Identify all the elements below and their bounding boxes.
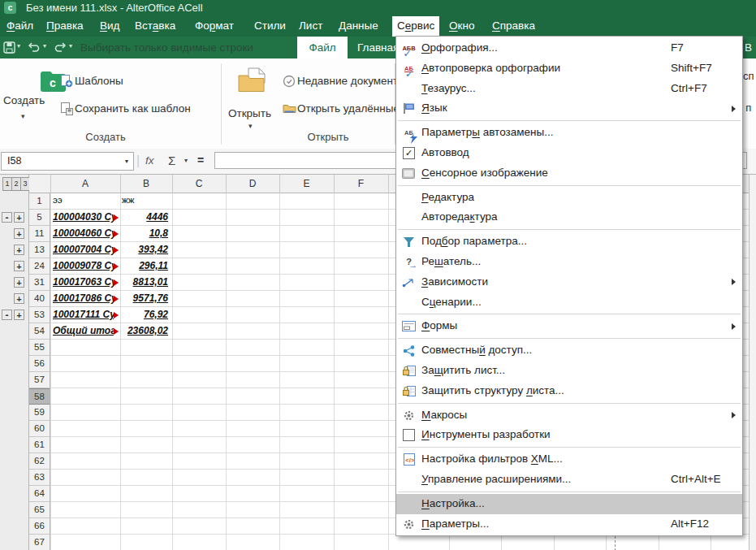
column-header-E[interactable]: E xyxy=(279,175,334,193)
outline-expand-button[interactable]: + xyxy=(14,228,24,239)
menu-item-8[interactable]: Сенсорное изображение xyxy=(396,163,742,184)
cell-A1[interactable]: ээ xyxy=(53,195,114,210)
cell-A31[interactable]: 100017063 Су xyxy=(53,276,114,291)
menu-item-15[interactable]: Зависимости xyxy=(396,272,742,292)
menubar-item-2[interactable]: Правка xyxy=(41,16,89,37)
outline-expand-button[interactable]: + xyxy=(14,245,24,255)
cell-A5[interactable]: 100004030 Су xyxy=(53,211,114,226)
menu-item-28[interactable]: Управление расширениями...Ctrl+Alt+E xyxy=(396,470,742,490)
row-header-62[interactable]: 62 xyxy=(29,453,50,470)
menubar-item-11[interactable]: Справка xyxy=(487,16,540,37)
menu-item-1[interactable]: АБВ✓Орфография...F7 xyxy=(396,38,742,58)
ribbon-button-0-1[interactable]: Сохранить как шаблон xyxy=(75,102,191,115)
menu-item-16[interactable]: Сценарии... xyxy=(396,292,742,313)
row-header-57[interactable]: 57 xyxy=(29,372,50,388)
open-big-button[interactable]: Открыть ▾ xyxy=(226,65,279,142)
row-header-60[interactable]: 60 xyxy=(29,421,50,437)
menubar-item-3[interactable]: Вид xyxy=(95,16,124,37)
tab-home[interactable]: Главная xyxy=(357,37,399,58)
cell-A24[interactable]: 100009078 Су xyxy=(53,260,114,275)
row-header-55[interactable]: 55 xyxy=(29,340,50,356)
row-header-67[interactable]: 67 xyxy=(29,535,50,550)
menu-item-18[interactable]: Формы xyxy=(396,316,742,336)
menubar-item-1[interactable]: Файл xyxy=(2,16,38,37)
menu-item-24[interactable]: Макросы xyxy=(396,405,742,426)
cell-A11[interactable]: 100004060 Су xyxy=(53,227,114,242)
menu-item-2[interactable]: АБ✓Автопроверка орфографииShift+F7 xyxy=(396,58,742,79)
menubar-item-6[interactable]: Стили xyxy=(249,16,291,37)
redo-icon[interactable] xyxy=(54,41,67,56)
row-header-11[interactable]: 11 xyxy=(29,226,50,242)
menubar-item-10[interactable]: Окно xyxy=(444,16,479,37)
menu-item-10[interactable]: Редактура xyxy=(396,188,742,208)
column-header-B[interactable]: B xyxy=(120,175,172,193)
cell-A40[interactable]: 100017086 Су xyxy=(53,292,114,307)
cell-A13[interactable]: 100007004 Су xyxy=(53,244,114,258)
name-box-caret-icon[interactable]: ▾ xyxy=(125,153,128,170)
outline-collapse-button[interactable]: - xyxy=(2,310,12,320)
sum-caret-icon[interactable]: ▾ xyxy=(184,152,188,169)
save-dropdown-caret[interactable]: ▾ xyxy=(17,42,20,50)
undo-dropdown-caret[interactable]: ▾ xyxy=(43,42,46,50)
menu-item-11[interactable]: Авторедактура xyxy=(396,207,742,227)
row-header-1[interactable]: 1 xyxy=(29,193,50,210)
cell-B11[interactable]: 10,8 xyxy=(122,227,168,242)
menu-item-25[interactable]: Инструменты разработки xyxy=(396,425,742,445)
row-header-63[interactable]: 63 xyxy=(29,470,50,486)
menu-item-6[interactable]: АБПараметры автозамены... xyxy=(396,123,742,143)
row-header-5[interactable]: 5 xyxy=(29,210,50,226)
row-header-40[interactable]: 40 xyxy=(29,291,50,307)
save-icon[interactable] xyxy=(3,41,15,57)
function-wizard-icon[interactable]: fx xyxy=(145,152,154,169)
row-header-66[interactable]: 66 xyxy=(29,518,50,535)
undo-icon[interactable] xyxy=(28,41,41,56)
row-header-64[interactable]: 64 xyxy=(29,486,50,502)
cell-B54[interactable]: 23608,02 xyxy=(122,325,168,340)
menubar-item-7[interactable]: Лист xyxy=(294,16,327,37)
row-header-56[interactable]: 56 xyxy=(29,356,50,372)
outline-expand-button[interactable]: + xyxy=(14,310,24,320)
row-header-54[interactable]: 54 xyxy=(29,323,50,340)
row-header-59[interactable]: 59 xyxy=(29,405,50,421)
menu-item-27[interactable]: </>Настройка фильтров XML... xyxy=(396,449,742,470)
menu-item-14[interactable]: ?→Решатель... xyxy=(396,252,742,272)
cell-B5[interactable]: 4446 xyxy=(122,211,168,226)
cell-B31[interactable]: 8813,01 xyxy=(122,276,168,291)
outline-expand-button[interactable]: + xyxy=(14,293,24,304)
row-header-61[interactable]: 61 xyxy=(29,437,50,453)
ribbon-button-1-0[interactable]: Недавние документы xyxy=(297,75,406,87)
sum-icon[interactable]: Σ xyxy=(168,152,175,169)
ribbon-button-0-0[interactable]: Шаблоны xyxy=(75,75,123,87)
menubar-item-9[interactable]: Сервис xyxy=(392,16,439,37)
menu-item-13[interactable]: Подбор параметра... xyxy=(396,232,742,252)
menu-item-20[interactable]: Совместный доступ... xyxy=(396,340,742,361)
cell-A54[interactable]: Общий итог xyxy=(53,325,114,340)
row-header-53[interactable]: 53 xyxy=(29,307,50,323)
outline-expand-button[interactable]: + xyxy=(14,277,24,288)
cell-B40[interactable]: 9571,76 xyxy=(122,292,168,307)
menu-item-4[interactable]: Язык xyxy=(396,98,742,119)
cell-B53[interactable]: 76,92 xyxy=(122,309,168,323)
cell-A53[interactable]: 100017111 Су xyxy=(53,309,114,323)
equals-icon[interactable]: = xyxy=(197,152,204,169)
column-header-C[interactable]: C xyxy=(172,175,226,193)
row-header-24[interactable]: 24 xyxy=(29,258,50,275)
menu-item-22[interactable]: Защитить структуру листа... xyxy=(396,381,742,401)
menu-item-31[interactable]: Параметры...Alt+F12 xyxy=(396,514,742,535)
cell-B1[interactable]: жж xyxy=(122,195,168,210)
cell-B24[interactable]: 296,11 xyxy=(122,260,168,275)
menubar-item-5[interactable]: Формат xyxy=(190,16,239,37)
row-header-58[interactable]: 58 xyxy=(29,388,50,405)
column-header-F[interactable]: F xyxy=(334,175,388,193)
menu-item-30-highlighted[interactable]: Настройка... xyxy=(396,494,742,514)
tab-file[interactable]: Файл xyxy=(297,37,348,58)
outline-expand-button[interactable]: + xyxy=(14,261,24,271)
menubar-item-4[interactable]: Вставка xyxy=(130,16,180,37)
redo-dropdown-caret[interactable]: ▾ xyxy=(69,42,72,50)
menu-item-7[interactable]: ✓Автоввод xyxy=(396,143,742,163)
outline-collapse-button[interactable]: - xyxy=(2,212,12,223)
row-header-65[interactable]: 65 xyxy=(29,502,50,518)
menu-item-3[interactable]: Тезаурус...Ctrl+F7 xyxy=(396,79,742,99)
column-header-A[interactable]: A xyxy=(50,175,120,193)
cell-B13[interactable]: 393,42 xyxy=(122,244,168,258)
